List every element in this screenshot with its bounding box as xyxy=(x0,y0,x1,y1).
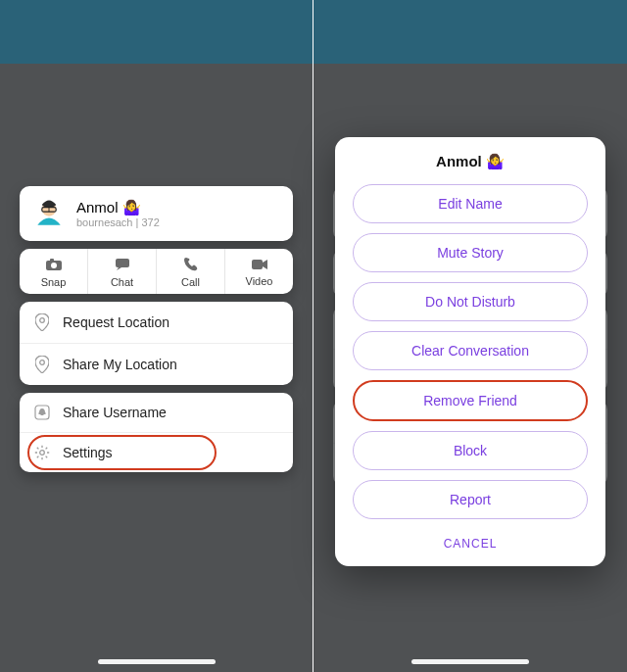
svg-rect-6 xyxy=(50,259,54,262)
snap-label: Snap xyxy=(41,276,67,288)
share-location-item[interactable]: Share My Location xyxy=(20,343,293,385)
gear-icon xyxy=(33,445,51,460)
home-indicator[interactable] xyxy=(98,659,216,664)
call-label: Call xyxy=(181,276,200,288)
profile-emoji: 🤷‍♀️ xyxy=(122,199,141,216)
modal-title-emoji: 🤷‍♀️ xyxy=(486,153,505,169)
screenshot-right: S o Anmol 🤷‍♀️ Edit Name Mute Story Do N… xyxy=(314,0,627,672)
location-card: Request Location Share My Location xyxy=(20,302,293,385)
svg-line-18 xyxy=(46,456,48,458)
svg-line-17 xyxy=(37,448,39,450)
ghost-icon xyxy=(33,405,51,420)
svg-line-20 xyxy=(46,448,48,450)
phone-icon xyxy=(183,257,198,273)
home-indicator[interactable] xyxy=(411,659,529,664)
chat-button[interactable]: Chat xyxy=(87,249,156,294)
friend-settings-modal: Anmol 🤷‍♀️ Edit Name Mute Story Do Not D… xyxy=(335,137,605,566)
action-row: Snap Chat Call Video xyxy=(20,249,293,294)
modal-title-name: Anmol xyxy=(436,153,482,169)
share-location-label: Share My Location xyxy=(63,357,177,372)
chat-label: Chat xyxy=(111,276,133,288)
svg-point-5 xyxy=(51,263,57,268)
video-button[interactable]: Video xyxy=(224,249,293,294)
do-not-disturb-button[interactable]: Do Not Disturb xyxy=(353,282,588,321)
modal-title: Anmol 🤷‍♀️ xyxy=(353,153,588,170)
share-username-label: Share Username xyxy=(63,405,167,420)
edit-name-button[interactable]: Edit Name xyxy=(353,184,588,223)
settings-item[interactable]: Settings xyxy=(20,432,293,472)
svg-rect-8 xyxy=(252,260,263,269)
profile-text: Anmol 🤷‍♀️ bournesach | 372 xyxy=(76,199,160,228)
svg-point-9 xyxy=(40,318,45,323)
screenshot-left: Anmol 🤷‍♀️ bournesach | 372 Snap Chat xyxy=(0,0,314,672)
request-location-label: Request Location xyxy=(63,314,169,330)
snap-button[interactable]: Snap xyxy=(20,249,87,294)
svg-line-19 xyxy=(37,456,39,458)
video-label: Video xyxy=(246,275,273,287)
profile-name: Anmol xyxy=(76,199,119,216)
profile-tag: bournesach | 372 xyxy=(76,216,160,228)
settings-label: Settings xyxy=(63,445,113,460)
chat-icon xyxy=(115,258,130,273)
camera-icon xyxy=(45,258,63,273)
svg-rect-7 xyxy=(116,259,129,267)
request-location-item[interactable]: Request Location xyxy=(20,302,293,343)
call-button[interactable]: Call xyxy=(156,249,224,294)
share-username-item[interactable]: Share Username xyxy=(20,393,293,432)
cancel-button[interactable]: CANCEL xyxy=(353,529,588,552)
remove-friend-button[interactable]: Remove Friend xyxy=(353,380,588,421)
highlight-ring xyxy=(27,435,217,470)
video-icon xyxy=(251,259,268,272)
mute-story-button[interactable]: Mute Story xyxy=(353,233,588,272)
more-card: Share Username Settings xyxy=(20,393,293,472)
profile-card[interactable]: Anmol 🤷‍♀️ bournesach | 372 xyxy=(20,186,293,241)
avatar xyxy=(31,196,67,231)
svg-point-10 xyxy=(40,360,45,365)
report-button[interactable]: Report xyxy=(353,480,588,519)
location-pin-icon xyxy=(33,313,51,331)
block-button[interactable]: Block xyxy=(353,431,588,470)
svg-point-12 xyxy=(40,451,45,456)
location-pin-icon xyxy=(33,356,51,373)
friend-action-sheet: Anmol 🤷‍♀️ bournesach | 372 Snap Chat xyxy=(20,186,293,472)
clear-conversation-button[interactable]: Clear Conversation xyxy=(353,331,588,370)
